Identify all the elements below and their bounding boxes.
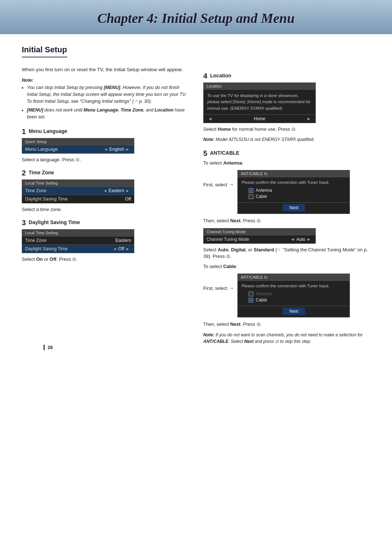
step3-row1: Time Zone Eastern xyxy=(22,236,134,244)
note-item-2: [MENU] does not work until Menu Language… xyxy=(27,107,189,121)
step3-row2-value: Off xyxy=(118,246,124,251)
step2-row2-label: Daylight Saving Time xyxy=(25,197,125,202)
note-item-1: You can stop Initial Setup by pressing [… xyxy=(27,84,189,105)
first-select-cable-arrow: → xyxy=(229,285,234,291)
step1-widget: Quick Setup Menu Language ◄ English ► xyxy=(22,138,134,154)
step2-left-arrow: ◄ xyxy=(103,189,107,193)
step3-title: Daylight Saving Time xyxy=(29,219,80,225)
step4-left-arrow: ◄ xyxy=(208,116,212,121)
step5-antenna-widget-body: Please confirm the connection with Tuner… xyxy=(238,177,350,187)
note-block: Note: You can stop Initial Setup by pres… xyxy=(22,77,189,121)
step1-row-value: English xyxy=(109,147,124,152)
step4-caption: Select Home for normal home use. Press ⊙… xyxy=(203,126,370,133)
step1-left-arrow: ◄ xyxy=(104,147,108,151)
note-list: You can stop Initial Setup by pressing [… xyxy=(22,84,189,121)
step5-cable-widget-wrap: ANT/CABLE In Please confirm the connecti… xyxy=(237,274,370,320)
antenna-checkbox-unchecked xyxy=(249,292,253,296)
intro-text: When you first turn on or reset the TV, … xyxy=(22,66,189,73)
next-button-cable[interactable]: Next xyxy=(283,308,305,315)
section-title: Initial Setup xyxy=(22,45,67,57)
step5-title: ANT/CABLE xyxy=(210,150,240,156)
step4-header: 4 Location xyxy=(203,72,370,80)
step1-caption: Select a language. Press ⊙. xyxy=(22,157,189,163)
step1-row: Menu Language ◄ English ► xyxy=(22,145,134,153)
tuning-left-arrow: ◄ xyxy=(291,237,295,242)
cable-checkbox-unchecked xyxy=(249,194,253,199)
step2-row2-value: Off xyxy=(125,197,131,202)
step5-antenna-label: To select Antenna: xyxy=(203,160,370,166)
first-select-arrow: → xyxy=(229,182,234,187)
tuning-row-label: Channel Tuning Mode xyxy=(207,237,289,242)
step5-next-row-antenna: Next xyxy=(238,202,350,214)
right-column: 4 Location Location To use the TV for di… xyxy=(203,66,370,345)
step2-row2: Daylight Saving Time Off xyxy=(22,195,134,203)
step1-number: 1 xyxy=(22,127,26,135)
step5-antenna-wrap: First, select → ANT/CABLE In Please conf… xyxy=(203,170,370,216)
page-number: 26 xyxy=(44,345,392,350)
step1-row-label: Menu Language xyxy=(25,147,102,152)
step1-right-arrow: ► xyxy=(126,147,130,151)
step2-widget: Local Time Setting Time Zone ◄ Eastern ►… xyxy=(22,179,134,203)
antenna-option-cable: Cable xyxy=(249,194,346,199)
step5-cable-wrap: First, select → ANT/CABLE In Please conf… xyxy=(203,274,370,320)
step4-widget: Location To use the TV for displaying in… xyxy=(203,82,316,123)
step1-header: 1 Menu Language xyxy=(22,127,189,136)
step4-note: Note: Model 42TL515U is not ENERGY STAR®… xyxy=(203,136,370,143)
step4-row-value: Home xyxy=(214,116,305,121)
step5-antenna-widget-title: ANT/CABLE In xyxy=(238,170,350,177)
step5-header: 5 ANT/CABLE xyxy=(203,149,370,158)
step2-caption: Select a time zone. xyxy=(22,206,189,213)
step3-left-arrow: ◄ xyxy=(113,247,117,251)
tuning-widget: Channel Tuning Mode Channel Tuning Mode … xyxy=(203,228,316,244)
cable-option-label: Cable xyxy=(256,194,267,199)
step5-antenna-options: ✓ Antenna Cable xyxy=(238,187,350,202)
step2-row1: Time Zone ◄ Eastern ► xyxy=(22,186,134,195)
antenna-checkbox: ✓ xyxy=(249,188,253,193)
step3-number: 3 xyxy=(22,219,26,227)
step3-widget: Local Time Setting Time Zone Eastern Day… xyxy=(22,229,134,253)
step2-widget-title: Local Time Setting xyxy=(22,180,134,186)
step2-row1-value: Eastern xyxy=(109,188,124,193)
step2-title: Time Zone xyxy=(29,170,54,175)
step3-widget-title: Local Time Setting xyxy=(22,230,134,236)
step3-caption: Select On or Off. Press ⊙. xyxy=(22,256,189,263)
then-select-next-antenna: Then, select Next. Press ⊙. xyxy=(203,218,370,224)
step1-widget-title: Quick Setup xyxy=(22,138,134,145)
step3-row1-label: Time Zone xyxy=(25,238,115,243)
tuning-widget-title: Channel Tuning Mode xyxy=(204,228,315,235)
next-button-antenna[interactable]: Next xyxy=(283,204,305,211)
antenna-option-label: Antenna xyxy=(256,188,272,193)
step5-cable-widget: ANT/CABLE In Please confirm the connecti… xyxy=(237,274,350,317)
tuning-row-value: Auto xyxy=(296,237,305,242)
cable-label: Cable xyxy=(256,297,267,303)
antenna-option-antenna: ✓ Antenna xyxy=(249,188,346,193)
step2-row1-label: Time Zone xyxy=(25,188,102,193)
antenna-label-dim: Antenna xyxy=(256,291,272,296)
step5-cable-label: To select Cable: xyxy=(203,263,370,270)
step4-right-arrow: ► xyxy=(307,116,311,121)
left-column: When you first turn on or reset the TV, … xyxy=(22,66,189,345)
step5-first-select-antenna: First, select → xyxy=(203,182,234,187)
step5-number: 5 xyxy=(203,149,207,157)
cable-option-antenna-dim: Antenna xyxy=(249,291,346,296)
step5-cable-widget-body: Please confirm the connection with Tuner… xyxy=(238,280,350,291)
step2-number: 2 xyxy=(22,169,26,177)
step5-first-select-cable: First, select → xyxy=(203,285,234,291)
step3-row1-value: Eastern xyxy=(115,238,131,243)
step5-cable-options: Antenna ✓ Cable xyxy=(238,291,350,306)
step4-number: 4 xyxy=(203,72,207,80)
step4-widget-title: Location xyxy=(204,83,315,89)
tuning-widget-row: Channel Tuning Mode ◄ Auto ► xyxy=(204,235,315,243)
step3-row2-label: Daylight Saving Time xyxy=(25,246,111,251)
step4-widget-body: To use the TV for displaying in a store … xyxy=(204,89,315,114)
chapter-title: Chapter 4: Initial Setup and Menu xyxy=(22,10,370,26)
step3-header: 3 Daylight Saving Time xyxy=(22,219,189,227)
step2-header: 2 Time Zone xyxy=(22,169,189,177)
tuning-caption: Select Auto, Digital, or Standard (☞ "Se… xyxy=(203,247,370,260)
step5-final-note: Note: If you do not want to scan channel… xyxy=(203,332,370,345)
tuning-right-arrow: ► xyxy=(307,237,311,242)
cable-option-cable: ✓ Cable xyxy=(249,297,346,303)
step3-right-arrow: ► xyxy=(126,247,130,251)
chapter-header: Chapter 4: Initial Setup and Menu xyxy=(0,0,392,34)
step5-antenna-widget-wrap: ANT/CABLE In Please confirm the connecti… xyxy=(237,170,370,216)
